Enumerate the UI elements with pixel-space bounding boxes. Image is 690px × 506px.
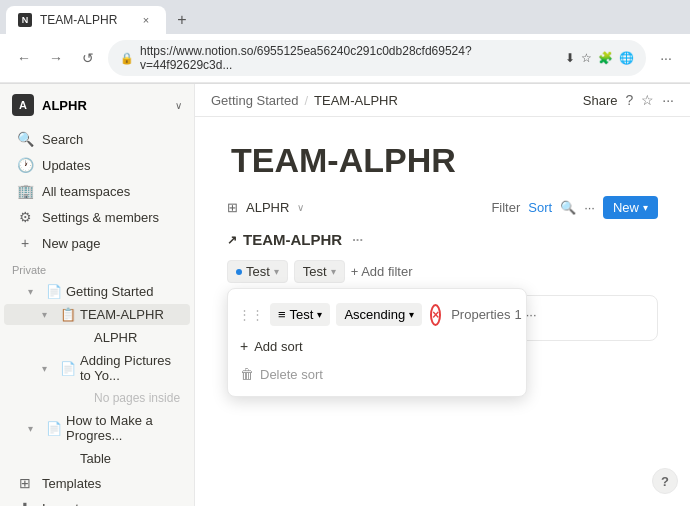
workspace-chevron-icon: ∨	[175, 100, 182, 111]
add-filter-button[interactable]: + Add filter	[351, 264, 413, 279]
database-chevron-icon[interactable]: ∨	[297, 202, 304, 213]
lock-icon: 🔒	[120, 52, 134, 65]
browser-chrome: N TEAM-ALPHR × + ← → ↺ 🔒 https://www.not…	[0, 0, 690, 84]
main-content-area: Getting Started / TEAM-ALPHR Share ? ☆ ·…	[195, 84, 690, 506]
help-icon[interactable]: ?	[626, 92, 634, 108]
templates-icon: ⊞	[16, 475, 34, 491]
tree-item-team-alphr[interactable]: ▾ 📋 TEAM-ALPHR	[4, 304, 190, 325]
chevron-down-icon: ▾	[28, 423, 42, 434]
sidebar-item-teamspaces[interactable]: 🏢 All teamspaces	[4, 179, 190, 203]
sort-direction-select[interactable]: Ascending ▾	[336, 303, 422, 326]
new-btn-label: New	[613, 200, 639, 215]
sidebar-item-templates[interactable]: ⊞ Templates	[4, 471, 190, 495]
star-icon[interactable]: ☆	[641, 92, 654, 108]
page-breadcrumb: Getting Started / TEAM-ALPHR Share ? ☆ ·…	[195, 84, 690, 117]
more-db-options[interactable]: ···	[584, 200, 595, 215]
sidebar-label-templates: Templates	[42, 476, 178, 491]
page-icon: 📄	[60, 361, 76, 376]
chevron-down-icon: ▾	[42, 309, 56, 320]
tree-label-how-to-make: How to Make a Progres...	[66, 413, 182, 443]
reload-button[interactable]: ↺	[76, 46, 100, 70]
sidebar-label-newpage: New page	[42, 236, 178, 251]
page-link[interactable]: ↗ TEAM-ALPHR ···	[227, 231, 658, 248]
import-icon: ⬇	[16, 500, 34, 506]
filter-chip-dot	[236, 269, 242, 275]
sort-direction-label: Ascending	[344, 307, 405, 322]
nav-bar: ← → ↺ 🔒 https://www.notion.so/6955125ea5…	[0, 34, 690, 83]
sidebar-item-settings[interactable]: ⚙ Settings & members	[4, 205, 190, 229]
external-link-icon: ↗	[227, 233, 237, 247]
delete-sort-label: Delete sort	[260, 367, 323, 382]
profile-icon: 🌐	[619, 51, 634, 65]
new-tab-button[interactable]: +	[170, 8, 194, 32]
forward-button[interactable]: →	[44, 46, 68, 70]
database-icon: 📋	[60, 307, 76, 322]
breadcrumb-getting-started[interactable]: Getting Started	[211, 93, 298, 108]
new-button[interactable]: New ▾	[603, 196, 658, 219]
tab-close-button[interactable]: ×	[138, 12, 154, 28]
workspace-name: ALPHR	[42, 98, 167, 113]
add-sort-button[interactable]: + Add sort	[228, 332, 526, 360]
sidebar-item-updates[interactable]: 🕐 Updates	[4, 153, 190, 177]
sidebar-item-newpage[interactable]: + New page	[4, 231, 190, 255]
more-icon[interactable]: ···	[662, 92, 674, 108]
tree-item-adding-pictures[interactable]: ▾ 📄 Adding Pictures to Yo...	[4, 350, 190, 386]
address-bar[interactable]: 🔒 https://www.notion.so/6955125ea56240c2…	[108, 40, 646, 76]
sort-field-icon: ≡	[278, 307, 286, 322]
search-button[interactable]: 🔍	[560, 200, 576, 215]
sort-props-label: Properties	[451, 307, 510, 322]
app: A ALPHR ∨ 🔍 Search 🕐 Updates 🏢 All teams…	[0, 84, 690, 506]
plus-icon: +	[240, 338, 248, 354]
teamspaces-icon: 🏢	[16, 183, 34, 199]
page-icon: 📄	[46, 421, 62, 436]
page-link-more-icon[interactable]: ···	[352, 232, 363, 247]
download-icon: ⬇	[565, 51, 575, 65]
workspace-avatar: A	[12, 94, 34, 116]
filter-chip-label: Test	[246, 264, 270, 279]
tab-title: TEAM-ALPHR	[40, 13, 130, 27]
chevron-placeholder: ▸	[56, 393, 70, 404]
tree-item-how-to-make[interactable]: ▾ 📄 How to Make a Progres...	[4, 410, 190, 446]
sidebar-label-teamspaces: All teamspaces	[42, 184, 178, 199]
delete-sort-button[interactable]: 🗑 Delete sort	[228, 360, 526, 388]
extensions-icon: 🧩	[598, 51, 613, 65]
header-actions: Share ? ☆ ···	[583, 92, 674, 108]
active-tab[interactable]: N TEAM-ALPHR ×	[6, 6, 166, 34]
tab-favicon: N	[18, 13, 32, 27]
sort-button[interactable]: Sort	[528, 200, 552, 215]
sort-popup: ⋮⋮ ≡ Test ▾ Ascending ▾ × Properties	[227, 288, 527, 397]
page-link-label: TEAM-ALPHR	[243, 231, 342, 248]
sidebar-item-import[interactable]: ⬇ Import	[4, 496, 190, 506]
sort-field-select[interactable]: ≡ Test ▾	[270, 303, 330, 326]
breadcrumb-team-alphr[interactable]: TEAM-ALPHR	[314, 93, 398, 108]
tree-item-table[interactable]: ▸ Table	[4, 448, 190, 469]
new-btn-chevron-icon: ▾	[643, 202, 648, 213]
drag-handle-icon[interactable]: ⋮⋮	[238, 307, 264, 322]
filter-button[interactable]: Filter	[491, 200, 520, 215]
help-button[interactable]: ?	[652, 468, 678, 494]
updates-icon: 🕐	[16, 157, 34, 173]
database-name[interactable]: ALPHR	[246, 200, 289, 215]
sidebar-item-search[interactable]: 🔍 Search	[4, 127, 190, 151]
workspace-switcher[interactable]: A ALPHR ∨	[0, 84, 194, 126]
settings-icon: ⚙	[16, 209, 34, 225]
filter-chip-test[interactable]: Test ▾	[227, 260, 288, 283]
tree-label-team-alphr: TEAM-ALPHR	[80, 307, 182, 322]
tree-item-getting-started[interactable]: ▾ 📄 Getting Started	[4, 281, 190, 302]
share-button[interactable]: Share	[583, 93, 618, 108]
more-options-icon[interactable]: ···	[654, 46, 678, 70]
tree-label-adding-pictures: Adding Pictures to Yo...	[80, 353, 182, 383]
page-icon: 📄	[46, 284, 62, 299]
star-icon: ☆	[581, 51, 592, 65]
tree-item-alphr[interactable]: ▸ ALPHR	[4, 327, 190, 348]
tab-bar: N TEAM-ALPHR × +	[0, 0, 690, 34]
sort-props-more-icon[interactable]: ···	[526, 307, 537, 322]
sidebar: A ALPHR ∨ 🔍 Search 🕐 Updates 🏢 All teams…	[0, 84, 195, 506]
add-sort-label: Add sort	[254, 339, 302, 354]
sort-remove-button[interactable]: ×	[430, 304, 441, 326]
back-button[interactable]: ←	[12, 46, 36, 70]
sort-chip-test[interactable]: Test ▾	[294, 260, 345, 283]
sort-row: ⋮⋮ ≡ Test ▾ Ascending ▾ × Properties	[228, 297, 526, 332]
sidebar-label-settings: Settings & members	[42, 210, 178, 225]
newpage-icon: +	[16, 235, 34, 251]
